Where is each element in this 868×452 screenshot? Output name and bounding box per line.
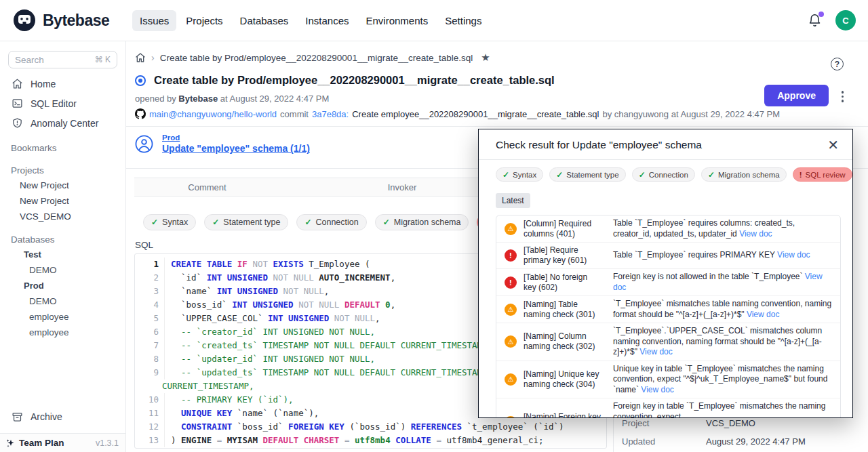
rule-name: [Naming] Foreign key naming check (305)	[524, 412, 602, 418]
line-number: 1	[135, 258, 165, 271]
sql-code: `id` INT UNSIGNED NOT NULL AUTO_INCREMEN…	[165, 271, 395, 285]
stage-environment-link[interactable]: Prod	[162, 133, 310, 142]
check-badge-connection[interactable]: ✓Connection	[632, 167, 695, 182]
section-label-projects: Projects	[0, 163, 125, 178]
search-input[interactable]: Search ⌘ K	[8, 51, 117, 68]
error-mark-icon: !	[800, 171, 802, 179]
sql-code: UNIQUE KEY `name` (`name`),	[165, 407, 319, 420]
sql-code: `UPPER_CASE_COL` INT UNSIGNED NOT NULL,	[165, 312, 380, 325]
column-header-comment: Comment	[134, 182, 280, 192]
archive-icon	[12, 411, 23, 423]
field-project: ProjectVCS_DEMO	[622, 418, 863, 428]
sidebar-item-prod[interactable]: Prod	[0, 278, 125, 293]
plan-label: Team Plan	[19, 438, 64, 448]
modal-check-badges: ✓Syntax✓Statement type✓Connection✓Migrat…	[496, 167, 852, 182]
avatar[interactable]: C	[835, 10, 856, 30]
sql-code: -- PRIMARY KEY (`id`),	[165, 393, 294, 407]
sidebar-item-anomaly-center[interactable]: Anomaly Center	[0, 113, 125, 133]
bytebase-logo-icon	[12, 8, 37, 33]
issue-open-icon	[135, 75, 146, 86]
sidebar-item-employee[interactable]: employee	[0, 325, 125, 340]
warning-icon: ⚠	[505, 304, 517, 316]
version-label: v1.3.1	[96, 438, 119, 448]
check-badge-connection[interactable]: ✓Connection	[296, 214, 366, 230]
sql-code: CREATE TABLE IF NOT EXISTS T_Employee (	[165, 258, 370, 271]
line-number: 10	[135, 393, 165, 407]
sidebar-item-home[interactable]: Home	[0, 74, 125, 94]
warning-icon: ⚠	[505, 373, 517, 386]
field-updated: UpdatedAugust 29, 2022 4:47 PM	[622, 436, 863, 447]
nav-item-databases[interactable]: Databases	[233, 10, 296, 31]
view-doc-link[interactable]: View doc	[739, 229, 772, 239]
modal-title: Check result for Update "employee" schem…	[496, 139, 702, 151]
sidebar-item-test[interactable]: Test	[0, 247, 125, 262]
approve-button[interactable]: Approve	[764, 85, 829, 106]
home-icon[interactable]	[135, 52, 146, 63]
view-doc-link[interactable]: View doc	[639, 347, 672, 356]
warning-icon: ⚠	[505, 223, 517, 235]
issue-author: Bytebase	[178, 94, 218, 104]
view-doc-link[interactable]: View doc	[613, 272, 823, 292]
sparkle-icon	[5, 438, 16, 449]
nav-item-projects[interactable]: Projects	[178, 10, 230, 31]
rule-description: Foreign key in table `T_Employee` mismat…	[613, 401, 832, 418]
stage-task-link[interactable]: Update "employee" schema (1/1)	[162, 143, 310, 154]
sidebar-item-sql-editor[interactable]: SQL Editor	[0, 94, 125, 113]
sidebar-item-employee[interactable]: employee	[0, 309, 125, 325]
sidebar-item-demo[interactable]: DEMO	[0, 293, 125, 309]
more-actions-icon[interactable]	[840, 89, 846, 104]
commit-sha-link[interactable]: 3a7e8da:	[312, 109, 349, 119]
help-icon[interactable]: ?	[831, 58, 844, 70]
line-number: 13	[135, 434, 165, 447]
sql-code: CURRENT_TIMESTAMP,	[156, 379, 254, 393]
line-number: 6	[135, 325, 165, 339]
check-badge-migration-schema[interactable]: ✓Migration schema	[701, 167, 787, 182]
check-badge-sql-review[interactable]: !SQL review	[793, 167, 852, 182]
view-doc-link[interactable]: View doc	[641, 385, 673, 394]
sidebar-sections: BookmarksProjectsNew ProjectNew ProjectV…	[0, 140, 125, 340]
plan-badge[interactable]: Team Plan	[5, 438, 64, 449]
rule-name: [Table] Require primary key (601)	[524, 245, 602, 266]
nav-item-instances[interactable]: Instances	[298, 10, 356, 31]
sidebar-item-new-project[interactable]: New Project	[0, 193, 125, 209]
sidebar-item-new-project[interactable]: New Project	[0, 178, 125, 193]
main-nav: IssuesProjectsDatabasesInstancesEnvironm…	[132, 10, 489, 31]
sidebar-item-vcs-demo[interactable]: VCS_DEMO	[0, 209, 125, 224]
check-badge-syntax[interactable]: ✓Syntax	[143, 214, 196, 230]
sidebar-item-archive[interactable]: Archive	[0, 407, 125, 427]
check-badge-statement-type[interactable]: ✓Statement type	[204, 214, 288, 230]
check-badge-statement-type[interactable]: ✓Statement type	[549, 167, 625, 182]
commit-line: main@changyuwong/hello-world commit 3a7e…	[126, 104, 868, 119]
field-value: August 29, 2022 4:47 PM	[706, 436, 806, 447]
nav-item-issues[interactable]: Issues	[132, 10, 176, 31]
rule-name: [Column] Required columns (401)	[524, 219, 602, 239]
issue-sidebar-fields: ProjectVCS_DEMOUpdatedAugust 29, 2022 4:…	[622, 418, 863, 452]
bookmark-star-icon[interactable]: ★	[481, 52, 490, 64]
rule-name: [Naming] Table naming check (301)	[524, 300, 602, 320]
search-placeholder: Search	[15, 55, 44, 65]
close-icon[interactable]: ✕	[827, 138, 839, 152]
line-number: 2	[135, 271, 165, 285]
commit-branch-link[interactable]: main@changyuwong/hello-world	[149, 109, 277, 119]
check-badge-migration-schema[interactable]: ✓Migration schema	[375, 214, 469, 230]
nav-item-settings[interactable]: Settings	[437, 10, 489, 31]
sql-editor-icon	[12, 98, 23, 109]
rule-name: [Table] No foreign key (602)	[524, 272, 602, 293]
check-badge-syntax[interactable]: ✓Syntax	[496, 167, 543, 182]
error-icon: !	[505, 249, 517, 262]
line-number: 5	[135, 312, 165, 325]
sql-code: -- `created_ts` TIMESTAMP NOT NULL DEFAU…	[165, 339, 492, 352]
breadcrumb-title[interactable]: Create table by Prod/employee__202208290…	[160, 53, 473, 63]
bytebase-logo[interactable]: Bytebase	[12, 8, 132, 33]
notification-bell-icon[interactable]	[808, 14, 822, 28]
nav-item-environments[interactable]: Environments	[358, 10, 435, 31]
sql-code: `name` INT UNSIGNED NOT NULL,	[165, 285, 329, 298]
view-doc-link[interactable]: View doc	[747, 310, 779, 319]
sidebar-item-demo[interactable]: DEMO	[0, 262, 125, 278]
check-mark-icon: ✓	[383, 218, 390, 227]
latest-button[interactable]: Latest	[496, 193, 530, 208]
line-number: 7	[135, 339, 165, 352]
view-doc-link[interactable]: View doc	[777, 250, 810, 260]
rule-name: [Naming] Unique key naming check (304)	[524, 369, 602, 390]
field-value: VCS_DEMO	[706, 418, 755, 428]
